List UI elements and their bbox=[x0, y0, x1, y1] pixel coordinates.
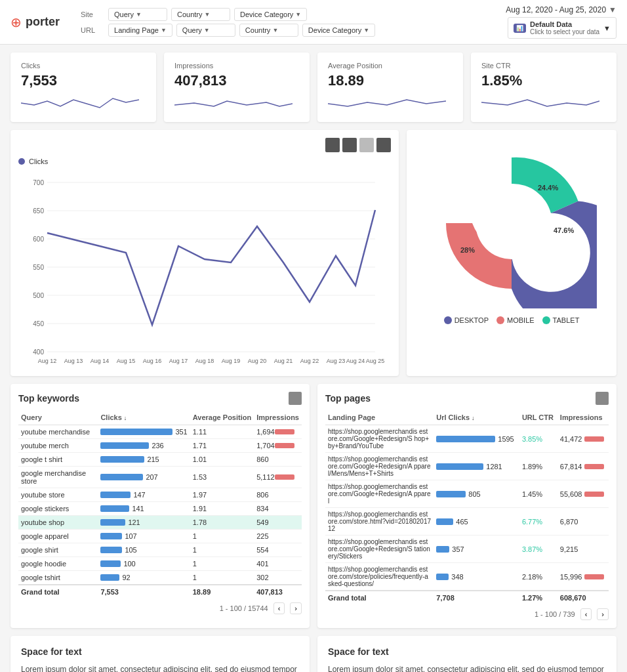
text-card-1: Space for text Lorem ipsum dolor sit ame… bbox=[10, 636, 310, 672]
country-dropdown-1[interactable]: Country ▼ bbox=[171, 8, 230, 21]
query-dropdown-2[interactable]: Query ▼ bbox=[176, 24, 235, 37]
kw-clicks: 147 bbox=[98, 488, 190, 502]
chart-btn-2[interactable] bbox=[342, 138, 357, 152]
grand-total-avg-pos: 18.89 bbox=[190, 585, 254, 598]
pages-grand-total: Grand total 7,708 1.27% 608,670 bbox=[325, 591, 609, 604]
metric-ctr-value: 1.85% bbox=[481, 72, 606, 89]
donut-chart-svg: 24.4% 47.6% 28% bbox=[426, 138, 597, 308]
pg-clicks: 348 bbox=[434, 563, 519, 591]
country-dropdown-2[interactable]: Country ▼ bbox=[239, 24, 298, 37]
metric-clicks-label: Clicks bbox=[21, 62, 146, 70]
text-card-1-body: Lorem ipsum dolor sit amet, consectetur … bbox=[21, 663, 299, 672]
svg-text:Aug 21: Aug 21 bbox=[274, 358, 293, 364]
pg-landing-page: https://shop.googlemerchandis estore.com… bbox=[325, 508, 434, 536]
pg-landing-page: https://shop.googlemerchandis estore.com… bbox=[325, 453, 434, 480]
main-content: Clicks 700 650 600 550 500 450 400 bbox=[0, 130, 627, 384]
legend-label-desktop: DESKTOP bbox=[455, 316, 489, 324]
kw-impressions: 860 bbox=[254, 453, 302, 467]
kw-clicks: 215 bbox=[98, 453, 190, 467]
keywords-table-section: Top keywords Query Clicks ↓ Average Posi… bbox=[10, 384, 310, 628]
svg-text:Aug 16: Aug 16 bbox=[143, 358, 162, 364]
svg-text:47.6%: 47.6% bbox=[554, 226, 574, 234]
chart-btn-1[interactable] bbox=[325, 138, 340, 152]
kw-avg-pos: 1 bbox=[190, 557, 254, 571]
svg-text:450: 450 bbox=[33, 320, 44, 327]
col-query[interactable]: Query bbox=[18, 410, 98, 425]
metric-avg-position-chart bbox=[328, 93, 453, 113]
kw-avg-pos: 1 bbox=[190, 530, 254, 543]
col-page-impressions[interactable]: Impressions bbox=[557, 410, 609, 425]
svg-text:Aug 17: Aug 17 bbox=[169, 358, 188, 364]
keywords-table-row: google apparel 107 1 225 bbox=[18, 530, 302, 543]
legend-color-tablet bbox=[542, 316, 550, 324]
keywords-table-row: google stickers 141 1.91 834 bbox=[18, 502, 302, 516]
keywords-table-row: youtube merch 236 1.71 1,704 bbox=[18, 439, 302, 453]
keywords-menu-button[interactable] bbox=[289, 392, 302, 405]
query-dropdown-1[interactable]: Query ▼ bbox=[108, 8, 167, 21]
kw-avg-pos: 1.71 bbox=[190, 439, 254, 453]
col-clicks[interactable]: Clicks ↓ bbox=[98, 410, 190, 425]
pg-ctr: 3.87% bbox=[519, 536, 557, 563]
pg-ctr: 3.85% bbox=[519, 425, 557, 453]
col-avg-pos[interactable]: Average Position bbox=[190, 410, 254, 425]
pg-impressions: 9,215 bbox=[557, 536, 609, 563]
svg-text:Aug 24: Aug 24 bbox=[346, 358, 365, 364]
col-impressions[interactable]: Impressions bbox=[254, 410, 302, 425]
metric-avg-position: Average Position 18.89 bbox=[317, 52, 463, 122]
kw-impressions: 225 bbox=[254, 530, 302, 543]
keywords-table-header: Top keywords bbox=[18, 392, 302, 405]
kw-avg-pos: 1.91 bbox=[190, 502, 254, 516]
svg-text:700: 700 bbox=[33, 179, 44, 186]
keywords-pagination: 1 - 100 / 15744 ‹ › bbox=[18, 602, 302, 614]
kw-clicks: 351 bbox=[98, 425, 190, 439]
dropdown-arrow: ▼ bbox=[204, 27, 210, 33]
legend-tablet: TABLET bbox=[542, 316, 580, 324]
pages-pagination: 1 - 100 / 739 ‹ › bbox=[325, 608, 609, 620]
device-category-dropdown-2[interactable]: Device Category ▼ bbox=[302, 24, 375, 37]
site-label: Site bbox=[81, 10, 104, 18]
text-card-1-title: Space for text bbox=[21, 646, 299, 657]
pages-prev-btn[interactable]: ‹ bbox=[580, 608, 592, 620]
chart-btn-4[interactable] bbox=[376, 138, 391, 152]
pg-ctr: 6.77% bbox=[519, 508, 557, 536]
col-url-clicks[interactable]: Url Clicks ↓ bbox=[434, 410, 519, 425]
pages-table-section: Top pages Landing Page Url Clicks ↓ URL … bbox=[317, 384, 617, 628]
pages-grand-total-label: Grand total bbox=[325, 591, 434, 604]
data-source[interactable]: 📊 Default Data Click to select your data… bbox=[508, 17, 617, 39]
pages-table-row: https://shop.googlemerchandis estore.com… bbox=[325, 508, 609, 536]
svg-text:28%: 28% bbox=[460, 246, 475, 254]
keywords-table-row: youtube merchandise 351 1.11 1,694 bbox=[18, 425, 302, 439]
kw-clicks: 236 bbox=[98, 439, 190, 453]
kw-query: google stickers bbox=[18, 502, 98, 516]
keywords-prev-btn[interactable]: ‹ bbox=[273, 602, 285, 614]
svg-text:Aug 12: Aug 12 bbox=[38, 358, 57, 364]
svg-text:Aug 18: Aug 18 bbox=[195, 358, 214, 364]
kw-query: google apparel bbox=[18, 530, 98, 543]
chart-btn-3[interactable] bbox=[359, 138, 374, 152]
landing-page-dropdown[interactable]: Landing Page ▼ bbox=[108, 24, 172, 37]
pg-clicks: 465 bbox=[434, 508, 519, 536]
kw-avg-pos: 1.01 bbox=[190, 453, 254, 467]
kw-avg-pos: 1 bbox=[190, 571, 254, 585]
svg-point-28 bbox=[475, 187, 548, 259]
pages-table-row: https://shop.googlemerchandis estore.com… bbox=[325, 453, 609, 480]
nav-row-2: URL Landing Page ▼ Query ▼ Country ▼ Dev… bbox=[81, 24, 495, 37]
pg-landing-page: https://shop.googlemerchandis estore.com… bbox=[325, 563, 434, 591]
metric-impressions: Impressions 407,813 bbox=[164, 52, 310, 122]
col-landing-page[interactable]: Landing Page bbox=[325, 410, 434, 425]
text-card-2: Space for text Lorem ipsum dolor sit ame… bbox=[317, 636, 617, 672]
line-chart-wrap: 700 650 600 550 500 450 400 Aug 12 Aug 1… bbox=[18, 169, 391, 368]
legend-label-tablet: TABLET bbox=[553, 316, 580, 324]
keywords-next-btn[interactable]: › bbox=[290, 602, 302, 614]
text-card-2-title: Space for text bbox=[328, 646, 606, 657]
pg-landing-page: https://shop.googlemerchandis estore.com… bbox=[325, 425, 434, 453]
dropdown-arrow: ▼ bbox=[205, 11, 211, 18]
device-category-dropdown-1[interactable]: Device Category ▼ bbox=[234, 8, 307, 21]
pages-next-btn[interactable]: › bbox=[597, 608, 609, 620]
col-url-ctr[interactable]: URL CTR bbox=[519, 410, 557, 425]
pages-menu-button[interactable] bbox=[596, 392, 609, 405]
kw-query: google merchandise store bbox=[18, 467, 98, 488]
dropdown-arrow: ▼ bbox=[363, 27, 369, 33]
date-range[interactable]: Aug 12, 2020 - Aug 25, 2020 ▼ bbox=[506, 5, 617, 14]
kw-query: google t shirt bbox=[18, 453, 98, 467]
